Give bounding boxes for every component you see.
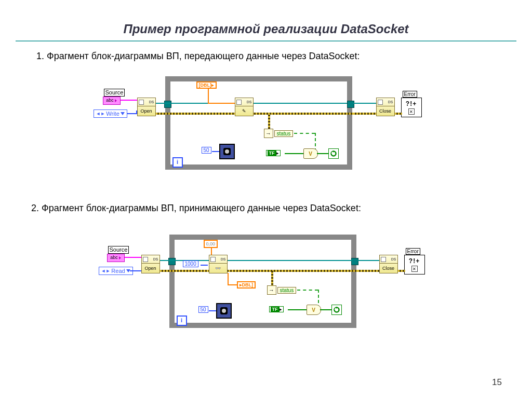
status-unbundle: → status xyxy=(264,129,294,138)
source-label: Source xyxy=(104,89,125,97)
wire-tf xyxy=(285,153,303,154)
while-loop-2 xyxy=(169,235,356,328)
wire-1000 xyxy=(201,265,208,266)
wire-dbl-h xyxy=(208,103,235,104)
read-selector: ◄►Read xyxy=(99,267,133,275)
wire-error-branch xyxy=(268,114,270,130)
stop-terminal-2: TF▸ xyxy=(269,306,284,312)
wire-mode-open-2 xyxy=(130,270,141,271)
tunnel-out-top xyxy=(347,101,354,108)
page-number: 15 xyxy=(492,377,502,388)
wire-or-out xyxy=(317,153,328,154)
ds-close-node: DS Close xyxy=(376,98,395,116)
ds-write-node: DS ✎ xyxy=(235,98,254,116)
wait-ms-2 xyxy=(216,303,232,319)
wire-error-final-2 xyxy=(398,270,405,272)
loop-conditional xyxy=(328,148,339,159)
source-label-2: Source xyxy=(108,246,129,254)
or-gate: V xyxy=(303,148,318,159)
wire-error-close xyxy=(353,113,378,115)
ds-read-node: DS 👓 xyxy=(209,255,228,273)
while-loop xyxy=(165,76,352,170)
section1-text: 1. Фрагмент блок-диаграммы ВП, передающе… xyxy=(36,51,532,62)
wire-mode-open-v xyxy=(136,111,137,114)
wire-tf-2 xyxy=(288,309,307,310)
dbl-array-constant: [DBL]▸ xyxy=(196,81,217,89)
dbl-array-indicator: ▸DBL] xyxy=(237,281,256,289)
wire-source-open-2 xyxy=(125,257,141,258)
page-title: Пример программной реализации DataSocket xyxy=(0,0,532,36)
wire-refnum-loop xyxy=(156,103,171,104)
status-unbundle-2: → status xyxy=(267,285,297,295)
error-handler-2: Error ?!+ ✕ xyxy=(404,255,425,275)
wire-data-out-v xyxy=(228,273,229,285)
wire-error-through xyxy=(156,113,353,115)
abc-terminal-2: abc xyxy=(107,254,125,262)
const-1000: 1000 xyxy=(183,260,198,267)
wire-error-branch-2 xyxy=(271,271,273,286)
iteration-terminal-2: i xyxy=(177,315,187,326)
const-50: 50 xyxy=(202,147,211,154)
write-selector: ◄►Write xyxy=(94,109,127,118)
ds-open-node-2: DS Open xyxy=(141,255,160,273)
wire-refnum-through xyxy=(171,103,347,104)
const-50-2: 50 xyxy=(198,306,208,313)
loop-conditional-2 xyxy=(331,305,342,315)
or-gate-2: V xyxy=(307,305,321,315)
wire-status xyxy=(294,133,315,134)
wire-source-open xyxy=(121,100,137,101)
tunnel-out-top-2 xyxy=(351,258,358,265)
diagram-reader: Source abc ◄►Read DS Open 0,00 1000 DS 👓… xyxy=(99,228,434,332)
wire-error-through-2 xyxy=(160,270,358,272)
tunnel-in-top-2 xyxy=(168,258,176,265)
diagram-writer: Source abc ◄►Write DS Open [DBL]▸ DS ✎ →… xyxy=(99,74,434,178)
error-handler: Error ?!+ ✕ xyxy=(401,98,422,117)
wire-error-final xyxy=(395,113,402,115)
tunnel-in-top xyxy=(164,101,171,108)
wire-timer-2 xyxy=(209,310,216,311)
wire-timer xyxy=(212,151,219,152)
stop-terminal: TF▸ xyxy=(266,150,281,156)
wire-dbl-v xyxy=(208,88,209,103)
ds-close-node-2: DS Close xyxy=(379,255,398,273)
wire-mode-open xyxy=(127,113,137,114)
section2-text: 2. Фрагмент блок-диаграммы ВП, принимающ… xyxy=(31,203,532,214)
ds-open-node: DS Open xyxy=(137,98,156,116)
wire-refnum-close xyxy=(353,103,378,104)
wire-error-close-2 xyxy=(357,270,381,272)
wait-ms xyxy=(219,144,235,159)
wire-data-out-h xyxy=(228,284,237,285)
iteration-terminal: i xyxy=(172,157,183,168)
title-underline xyxy=(16,40,516,42)
wire-or-out-2 xyxy=(320,309,331,310)
abc-terminal: abc xyxy=(103,97,121,105)
wire-status-2 xyxy=(297,290,318,291)
wire-refnum-close-2 xyxy=(357,260,381,261)
